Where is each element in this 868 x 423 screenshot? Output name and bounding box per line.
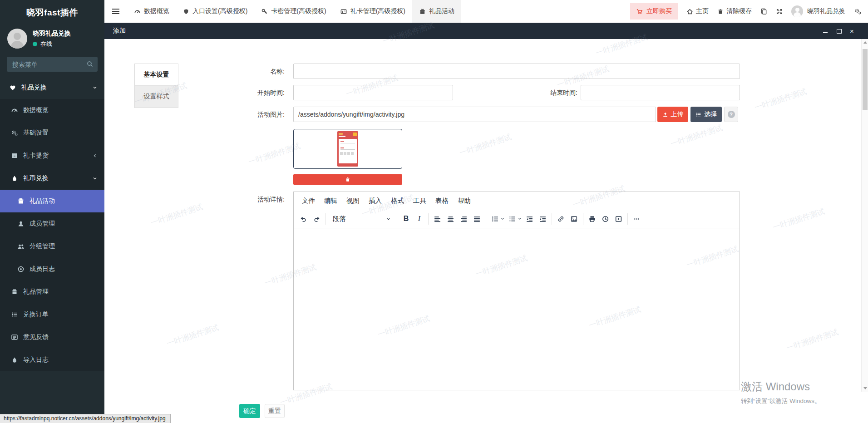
- chevron-down-icon: [386, 216, 391, 221]
- panel-title: 添加: [113, 27, 126, 35]
- chevron-down-icon: [92, 176, 98, 181]
- tab-gift-activity[interactable]: 礼品活动: [412, 0, 461, 23]
- user-icon: [17, 220, 25, 227]
- chevron-down-icon[interactable]: [518, 216, 522, 221]
- tab-style-settings[interactable]: 设置样式: [135, 86, 178, 108]
- activity-thumbnail: [337, 131, 358, 167]
- trash-icon: [345, 177, 350, 182]
- user-menu[interactable]: 晓羽礼品兑换: [791, 5, 845, 17]
- choose-button[interactable]: 选择: [690, 107, 722, 122]
- windows-activation-watermark: 激活 Windows 转到“设置”以激活 Windows。: [741, 379, 821, 405]
- menu-format[interactable]: 格式: [386, 193, 409, 208]
- drop-icon: [11, 356, 18, 364]
- redo-icon[interactable]: [310, 212, 323, 226]
- image-preview-box[interactable]: [293, 129, 402, 169]
- start-time-input[interactable]: [293, 85, 453, 100]
- undo-icon[interactable]: [297, 212, 310, 226]
- image-icon[interactable]: [567, 212, 581, 226]
- end-time-input[interactable]: [581, 85, 740, 100]
- status-url-bar: https://fastadminpq.noticer.cn/assets/ad…: [0, 414, 171, 423]
- restore-draft-clock-icon[interactable]: [599, 212, 612, 226]
- help-button[interactable]: ?: [724, 107, 738, 122]
- tab-card-management[interactable]: 礼卡管理(高级授权): [333, 0, 412, 23]
- menu-table[interactable]: 表格: [431, 193, 453, 208]
- editor-content-area[interactable]: [294, 228, 740, 390]
- more-icon[interactable]: [630, 212, 643, 226]
- sidebar-item-import-log[interactable]: 导入日志: [0, 349, 104, 371]
- align-right-icon[interactable]: [457, 212, 470, 226]
- activity-image-input[interactable]: [293, 107, 656, 122]
- sidebar-item-exchange-orders[interactable]: 兑换订单: [0, 303, 104, 326]
- end-time-label: 结束时间:: [505, 85, 577, 100]
- app-logo: 晓羽fast插件: [0, 0, 104, 25]
- activity-detail-label: 活动详情:: [212, 192, 285, 207]
- bullet-list-icon[interactable]: [488, 212, 502, 226]
- menu-view[interactable]: 视图: [342, 193, 364, 208]
- tab-data-overview[interactable]: 数据概览: [127, 0, 176, 23]
- sidebar: 晓羽fast插件 晓羽礼品兑换 在线 礼品兑换 数据概览: [0, 0, 104, 423]
- sidebar-item-gift-management[interactable]: 礼品管理: [0, 280, 104, 303]
- search-input[interactable]: [7, 57, 98, 72]
- outdent-icon[interactable]: [523, 212, 536, 226]
- tab-card-secret[interactable]: 卡密管理(高级授权): [254, 0, 333, 23]
- menu-tools[interactable]: 工具: [409, 193, 431, 208]
- numbered-list-icon[interactable]: [506, 212, 519, 226]
- buy-now-button[interactable]: 立即购买: [630, 3, 678, 20]
- menu-insert[interactable]: 插入: [364, 193, 386, 208]
- scrollbar-thumb[interactable]: [863, 49, 868, 110]
- chevron-down-icon[interactable]: [500, 216, 505, 221]
- home-button[interactable]: 主页: [686, 7, 709, 15]
- sidebar-item-member-log[interactable]: 成员日志: [0, 258, 104, 280]
- reset-button[interactable]: 重置: [265, 404, 285, 418]
- start-time-label: 开始时间:: [212, 85, 285, 100]
- italic-button[interactable]: I: [413, 212, 426, 226]
- indent-icon[interactable]: [536, 212, 549, 226]
- menu-help[interactable]: 帮助: [453, 193, 475, 208]
- menu-edit[interactable]: 编辑: [320, 193, 342, 208]
- menu-file[interactable]: 文件: [297, 193, 320, 208]
- rich-text-editor: 文件 编辑 视图 插入 格式 工具 表格 帮助 段落 B I: [293, 192, 740, 390]
- user-status: 在线: [33, 40, 71, 48]
- avatar: [791, 5, 803, 17]
- sidebar-item-data-overview[interactable]: 数据概览: [0, 99, 104, 122]
- sidebar-item-coin-exchange[interactable]: 礼币兑换: [0, 167, 104, 190]
- print-icon[interactable]: [586, 212, 599, 226]
- fullscreen-icon[interactable]: [776, 8, 783, 15]
- users-icon: [17, 243, 25, 250]
- sidebar-item-basic-settings[interactable]: 基础设置: [0, 122, 104, 144]
- sidebar-item-member-management[interactable]: 成员管理: [0, 212, 104, 235]
- vertical-scrollbar[interactable]: [861, 39, 868, 392]
- maximize-icon[interactable]: [836, 28, 842, 34]
- scroll-up-arrow[interactable]: [862, 39, 868, 46]
- tab-basic-settings[interactable]: 基本设置: [135, 64, 178, 86]
- settings-gears-icon[interactable]: [854, 8, 862, 15]
- paragraph-dropdown[interactable]: 段落: [328, 212, 395, 226]
- user-panel: 晓羽礼品兑换 在线: [0, 25, 104, 54]
- minimize-icon[interactable]: [823, 28, 829, 34]
- align-justify-icon[interactable]: [470, 212, 483, 226]
- name-input[interactable]: [293, 64, 740, 79]
- upload-icon: [662, 112, 668, 118]
- align-center-icon[interactable]: [444, 212, 457, 226]
- scroll-down-arrow[interactable]: [862, 385, 868, 392]
- align-left-icon[interactable]: [431, 212, 444, 226]
- chevron-down-icon: [92, 85, 98, 90]
- close-icon[interactable]: ×: [850, 28, 856, 34]
- hamburger-icon[interactable]: [104, 8, 127, 15]
- user-name: 晓羽礼品兑换: [33, 30, 71, 38]
- sidebar-item-card-pickup[interactable]: 礼卡提货: [0, 144, 104, 167]
- sidebar-item-gift-exchange[interactable]: 礼品兑换: [0, 76, 104, 99]
- sidebar-item-gift-activity[interactable]: 礼品活动: [0, 190, 104, 212]
- sidebar-item-group-management[interactable]: 分组管理: [0, 235, 104, 258]
- sidebar-item-feedback[interactable]: 意见反馈: [0, 326, 104, 349]
- upload-button[interactable]: 上传: [657, 107, 688, 122]
- tab-entry-settings[interactable]: 入口设置(高级授权): [176, 0, 254, 23]
- link-icon[interactable]: [554, 212, 567, 226]
- confirm-button[interactable]: 确定: [239, 404, 260, 418]
- heart-icon: [9, 84, 16, 91]
- bold-button[interactable]: B: [399, 212, 413, 226]
- clear-cache-button[interactable]: 清除缓存: [717, 7, 752, 15]
- draft-copy-icon[interactable]: [760, 8, 767, 15]
- delete-image-button[interactable]: [293, 174, 402, 185]
- preview-media-icon[interactable]: [612, 212, 625, 226]
